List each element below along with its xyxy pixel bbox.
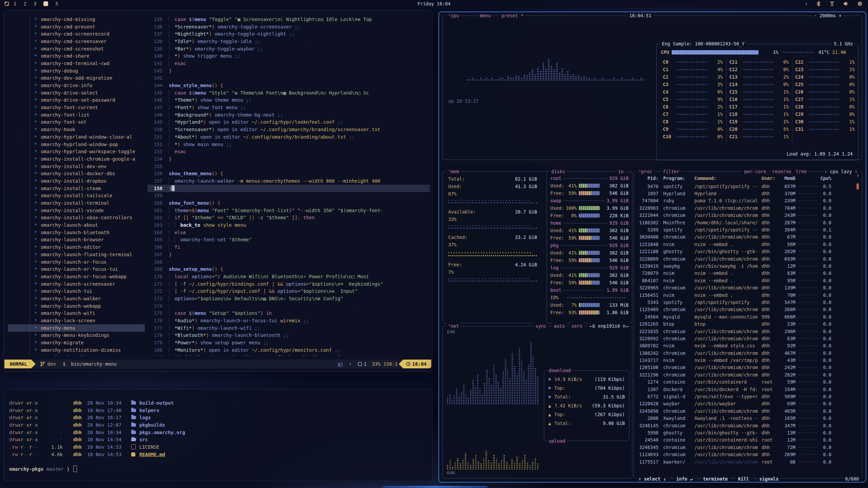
explorer-item[interactable]: *omarchy-launch-screensaver — [8, 280, 145, 288]
tree-toggle[interactable]: tree — [794, 168, 809, 175]
explorer-item[interactable]: *omarchy-install-dropbox — [8, 177, 145, 185]
scroll-up-indicator[interactable]: ↑ — [856, 172, 859, 178]
explorer-item[interactable]: *omarchy-cmd-present — [8, 23, 145, 30]
explorer-item[interactable]: *omarchy-hyprland-window-close-al — [8, 133, 145, 141]
process-row[interactable]: 1897HyprlandHyprlanddhh370M·········0.0 — [637, 190, 853, 197]
proc-panel-label[interactable]: ⁴proc — [637, 168, 654, 175]
process-row[interactable]: 728079nvimnvim --embed .dhh83M·········0… — [637, 270, 853, 277]
code-line[interactable]: 138▏ *Idle*) omarchy-toggle-idle ;; — [147, 38, 430, 45]
process-row[interactable]: 3246345chromium/usr/lib/chromium/chromdh… — [637, 444, 853, 451]
reverse-toggle[interactable]: reverse — [770, 168, 793, 175]
explorer-item[interactable]: *omarchy-font-set — [8, 119, 145, 126]
code-line[interactable]: 175▏ case $(menu "Setup" "$options") in — [147, 310, 430, 317]
code-line[interactable]: 147▏ *Font*) show_font_menu ;; — [147, 104, 430, 111]
explorer-item[interactable]: *omarchy-cmd-screenrecord — [8, 30, 145, 38]
explorer-item[interactable]: *omarchy-launch-tui — [8, 287, 145, 295]
open-file-path[interactable]: bin/omarchy-menu — [71, 361, 117, 367]
explorer-item[interactable]: *omarchy-drive-set-password — [8, 97, 145, 104]
code-line[interactable]: 149▏ *Hyprland*) open_in_editor ~/.confi… — [147, 119, 430, 126]
process-row[interactable]: 1220428waybar/usr/bin/waybardhh69M······… — [637, 400, 853, 407]
explorer-item[interactable]: *omarchy-install-tailscale — [8, 192, 145, 200]
code-line[interactable]: 172▏ [ -f ~/.config/hypr/input.conf ] &&… — [147, 287, 430, 295]
process-row[interactable]: 1386242chromium/usr/lib/chromium/chromdh… — [637, 349, 853, 357]
process-row[interactable]: 1220419swaybg/usr/bin/swaybg -i /homdhh1… — [637, 262, 853, 269]
process-row[interactable]: 3220869chromium/usr/lib/chromium/chromdh… — [637, 255, 853, 262]
code-line[interactable]: 148▏ *Background*) omarchy-theme-bg-next… — [147, 111, 430, 119]
code-line[interactable]: 177▏ *Wifi*) omarchy-launch-wifi ;; — [147, 324, 430, 332]
process-row[interactable]: 3220992chromium/usr/lib/chromium/chromdh… — [637, 335, 853, 342]
explorer-item[interactable]: *omarchy-hook — [8, 126, 145, 133]
process-row[interactable]: 864107nvimnvim --embed .dhh95M·········0… — [637, 277, 853, 284]
explorer-item[interactable]: *omarchy-launch-webapp — [8, 302, 145, 310]
explorer-item[interactable]: *omarchy-launch-editor — [8, 243, 145, 251]
process-row[interactable]: 1156451nvimnvim --embed .dhh70M·········… — [637, 291, 853, 299]
code-line[interactable]: 141▏ esac — [147, 60, 430, 67]
code-line[interactable]: 164▏ else — [147, 229, 430, 236]
code-line[interactable]: 146▏ *Theme*) show_theme_menu ;; — [147, 97, 430, 104]
explorer-item[interactable]: *omarchy-hyprland-window-pop — [8, 141, 145, 148]
process-row[interactable]: 1221848nvimnvim --embed .dhh56M·········… — [637, 241, 853, 248]
bluetooth-icon[interactable] — [816, 1, 821, 6]
explorer-item[interactable]: *omarchy-notification-dismiss — [8, 346, 145, 354]
explorer-item[interactable]: *omarchy-font-current — [8, 104, 145, 111]
explorer-item[interactable]: *omarchy-install-dev-env — [8, 163, 145, 170]
process-row[interactable]: 1124693chromium/usr/lib/chromium/chromdh… — [637, 451, 853, 458]
explorer-item[interactable]: *omarchy-launch-about — [8, 221, 145, 229]
code-line[interactable]: 163▏ ▏ back_to show_style_menu — [147, 221, 430, 229]
explorer-item[interactable]: *omarchy-launch-walker — [8, 295, 145, 302]
process-row[interactable]: 1186302MainThre/home/dhh/.local/share/dh… — [637, 219, 853, 226]
process-row[interactable]: 1307dockerd/usr/bin/dockerd -H fd:root15… — [637, 386, 853, 393]
process-row[interactable]: 3245898chromium/usr/lib/chromium/chromdh… — [637, 407, 853, 414]
explorer-item[interactable]: *omarchy-menu-keybindings — [8, 332, 145, 339]
process-row[interactable]: 6772signal-d/proc/self/exe --type=rdhh56… — [637, 393, 853, 400]
code-line[interactable]: 136▏ *Screensaver*) omarchy-toggle-scree… — [147, 23, 430, 30]
branch-name[interactable]: dev — [47, 361, 56, 367]
explorer-item[interactable]: *omarchy-cmd-share — [8, 52, 145, 60]
network-icon[interactable] — [829, 1, 835, 6]
code-line[interactable]: 171▏ [ -f ~/.config/hypr/bindings.conf ]… — [147, 280, 430, 288]
explorer-item[interactable]: *omarchy-launch-wifi — [8, 310, 145, 317]
explorer-item[interactable]: *omarchy-launch-bluetooth — [8, 229, 145, 236]
process-row[interactable]: 1291265btopbtopdhh23M·········0.0 — [637, 320, 853, 327]
code-line[interactable]: 158} — [147, 185, 430, 192]
process-row[interactable]: 3220965chromium/usr/lib/chromium/chromdh… — [637, 284, 853, 291]
workspace-5[interactable]: 5 — [55, 1, 58, 6]
process-row[interactable]: 1125409chromium/usr/lib/chromium/chromdh… — [637, 306, 853, 313]
process-row[interactable]: 3246145chromium/usr/lib/chromium/chromdh… — [637, 422, 853, 429]
filter-button[interactable]: filter — [661, 168, 681, 175]
process-row[interactable]: 5343spotify/opt/spotify/spotifydhh547M··… — [637, 299, 853, 306]
net-zero-toggle[interactable]: zero — [570, 323, 584, 329]
process-row[interactable]: 5470spotify/opt/spotify/spotify --dhh657… — [637, 183, 853, 190]
proc-header-row[interactable]: Pid: Program: Command: User: MemB Cpu% — [637, 175, 853, 182]
explorer-item[interactable]: *omarchy-drive-select — [8, 89, 145, 97]
bar-clock[interactable]: Friday 16:04 — [417, 1, 451, 6]
sort-selector[interactable]: ‹ cpu lazy › — [823, 168, 859, 175]
process-row[interactable]: 1143717nvimnvim --embed /var/tmp/pdhh43M… — [637, 357, 853, 364]
process-row[interactable]: 3220963chromium/usr/lib/chromium/chromdh… — [637, 204, 853, 211]
code-line[interactable]: 176▏ *Audio*) omarchy-launch-or-focus-tu… — [147, 317, 430, 324]
code-line[interactable]: 156show_theme_menu() { — [147, 170, 430, 177]
explorer-item[interactable]: *omarchy-debug — [8, 67, 145, 75]
per-core-toggle[interactable]: per-core — [743, 168, 768, 175]
volume-icon[interactable] — [843, 1, 849, 6]
explorer-item[interactable]: *omarchy-hyprland-workspace-toggle — [8, 148, 145, 155]
explorer-item[interactable]: *omarchy-drive-info — [8, 82, 145, 89]
disks-label[interactable]: disks — [550, 168, 567, 175]
explorer-item[interactable]: *omarchy-cmd-terminal-cwd — [8, 60, 145, 67]
process-row[interactable]: 3221035chromium/usr/lib/chromium/chromdh… — [637, 328, 853, 335]
process-row[interactable]: 24564mysqldmysqld --max-connection999666… — [637, 313, 853, 320]
code-line[interactable]: 155 — [147, 163, 430, 170]
net-auto-toggle[interactable]: auto — [552, 323, 567, 329]
code-line[interactable]: 165▏ ▏ omarchy-font-set "$theme" — [147, 236, 430, 244]
code-line[interactable]: 181▏ *Keybindings*) open_in_editor ~/.co… — [147, 354, 430, 356]
explorer-item[interactable]: *omarchy-migrate — [8, 339, 145, 346]
explorer-item[interactable]: *omarchy-launch-or-focus-tui — [8, 265, 145, 273]
process-row[interactable]: 1205108chromium/usr/lib/chromium/chromdh… — [637, 364, 853, 371]
process-row[interactable]: 3809782nvimnvim --embed style.cssdhh92M·… — [637, 342, 853, 349]
chevron-left-icon[interactable]: ‹ — [805, 1, 808, 6]
workspace-1[interactable]: 1 — [14, 1, 16, 6]
info-key[interactable]: info ↵ — [674, 476, 694, 482]
memory-panel-label[interactable]: ²mem — [446, 168, 461, 175]
explorer-item[interactable]: *omarchy-install-steam — [8, 185, 145, 192]
code-line[interactable]: 145▏ case $(menu "Style" "✿ Theme\nA Fon… — [147, 89, 430, 97]
